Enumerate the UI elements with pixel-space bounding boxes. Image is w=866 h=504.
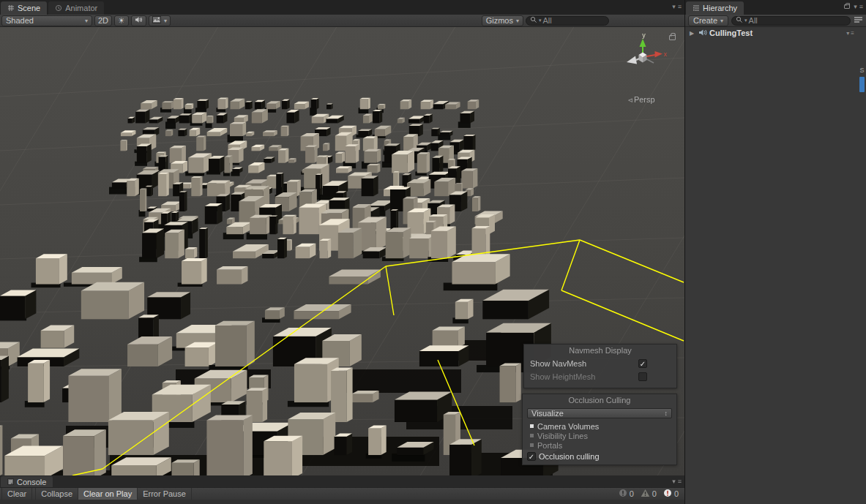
collapsed-services-tab[interactable]: S xyxy=(859,67,865,92)
iso-toggle-icon: ⊲ xyxy=(627,97,633,104)
collapsed-tab-letter: S xyxy=(859,67,864,74)
show-navmesh-row: Show NavMesh xyxy=(524,357,676,370)
axis-y-label: y xyxy=(642,31,646,39)
occlusion-culling-panel: Occlusion Culling Visualize ↕ Camera Vol… xyxy=(522,394,677,465)
chevron-down-icon: ▾ xyxy=(516,18,519,24)
hierarchy-panel: Hierarchy ▾≡ Create ▾ ▾ All xyxy=(685,0,866,504)
occlusion-culling-row: Occlusion culling xyxy=(523,450,676,462)
lighting-toggle[interactable]: ☀ xyxy=(114,15,129,26)
message-count[interactable]: 0 xyxy=(663,489,679,499)
error-icon xyxy=(619,489,627,499)
navmesh-panel-title: Navmesh Display xyxy=(524,345,676,357)
image-icon xyxy=(152,16,161,25)
lock-icon[interactable] xyxy=(844,4,850,9)
scene-viewport[interactable]: y x ⊲Persp Navmesh Display Show NavMesh … xyxy=(0,27,684,475)
sun-icon: ☀ xyxy=(118,17,125,25)
hierarchy-pane-menu[interactable]: ▾≡ xyxy=(844,3,863,10)
occlusion-panel-title: Occlusion Culling xyxy=(523,394,676,407)
effects-dropdown[interactable]: ▾ xyxy=(149,15,171,26)
visualize-dropdown[interactable]: Visualize ↕ xyxy=(527,408,672,418)
legend-bullet-icon xyxy=(530,443,534,447)
console-tab-icon xyxy=(7,478,14,486)
axis-x-label: x xyxy=(664,50,668,58)
axis-y-cone[interactable] xyxy=(640,39,646,47)
clear-on-play-button[interactable]: Clear on Play xyxy=(78,488,138,500)
console-counts: 0 0 0 xyxy=(619,489,684,499)
2d-toggle[interactable]: 2D xyxy=(94,15,112,26)
tab-hierarchy-label: Hierarchy xyxy=(703,4,737,12)
axis-z-cone[interactable] xyxy=(627,56,637,64)
projection-mode-label[interactable]: ⊲Persp xyxy=(616,95,667,104)
search-icon xyxy=(736,16,743,25)
audio-listener-icon xyxy=(698,29,707,38)
services-icon xyxy=(859,77,865,92)
show-navmesh-label: Show NavMesh xyxy=(530,359,638,368)
legend-bullet-icon xyxy=(530,434,534,437)
updown-arrows-icon: ↕ xyxy=(665,410,668,417)
shading-mode-dropdown[interactable]: Shaded ▾ xyxy=(1,15,92,26)
hierarchy-item-cullingtest[interactable]: ▶ CullingTest ▾≡ xyxy=(685,27,866,39)
tab-console[interactable]: Console xyxy=(1,476,53,487)
scene-search-filter: All xyxy=(543,16,552,25)
gizmos-label: Gizmos xyxy=(486,16,513,25)
shading-mode-label: Shaded xyxy=(6,16,34,25)
hierarchy-item-menu-icon[interactable]: ▾≡ xyxy=(846,30,854,37)
info-icon xyxy=(663,489,672,499)
chevron-down-icon: ▾ xyxy=(539,18,542,23)
scene-console-column: Scene Animator ▾≡ Shaded ▾ 2D ☀ xyxy=(0,0,685,504)
scene-search-input[interactable]: ▾ All xyxy=(526,16,609,26)
tab-hierarchy[interactable]: Hierarchy xyxy=(686,1,744,15)
error-pause-button[interactable]: Error Pause xyxy=(138,488,192,500)
legend-visibility-lines[interactable]: Visibility Lines xyxy=(523,431,676,440)
collapse-button[interactable]: Collapse xyxy=(35,488,78,500)
show-heightmesh-checkbox[interactable] xyxy=(638,372,647,381)
lock-icon[interactable] xyxy=(669,35,676,40)
legend-portals[interactable]: Portals xyxy=(523,440,676,450)
tab-scene[interactable]: Scene xyxy=(1,1,47,15)
console-toolbar: Clear Collapse Clear on Play Error Pause… xyxy=(0,487,684,500)
warning-count[interactable]: 0 xyxy=(641,489,657,499)
chevron-down-icon: ▾ xyxy=(164,18,167,24)
scene-toolbar: Shaded ▾ 2D ☀ ▾ Gizmos xyxy=(0,15,684,27)
chevron-down-icon: ▾ xyxy=(85,18,88,24)
gizmos-dropdown[interactable]: Gizmos ▾ xyxy=(482,15,523,26)
search-icon xyxy=(530,16,537,25)
chevron-down-icon: ▾ xyxy=(720,18,723,24)
unity-editor-window: Scene Animator ▾≡ Shaded ▾ 2D ☀ xyxy=(0,0,866,504)
sort-icon[interactable] xyxy=(854,16,863,26)
occlusion-culling-label: Occlusion culling xyxy=(539,452,672,461)
hierarchy-search-input[interactable]: ▾ All xyxy=(731,16,851,26)
occlusion-culling-checkbox[interactable] xyxy=(527,452,536,461)
chevron-down-icon: ▾ xyxy=(744,18,747,23)
show-navmesh-checkbox[interactable] xyxy=(638,359,647,368)
speaker-icon xyxy=(135,16,143,25)
tab-animator-label: Animator xyxy=(65,4,97,12)
audio-toggle[interactable] xyxy=(131,15,146,26)
axis-x-cone[interactable] xyxy=(655,51,663,58)
navmesh-display-panel: Navmesh Display Show NavMesh Show Height… xyxy=(523,344,677,388)
legend-camera-volumes[interactable]: Camera Volumes xyxy=(523,421,676,431)
tab-animator[interactable]: Animator xyxy=(48,1,104,15)
hierarchy-tree: ▶ CullingTest ▾≡ S xyxy=(685,27,866,504)
console-pane-menu-icon[interactable]: ▾≡ xyxy=(672,478,682,485)
console-tabbar: Console ▾≡ xyxy=(0,475,684,487)
warning-icon xyxy=(641,489,650,499)
scene-orientation-gizmo[interactable]: y x xyxy=(617,31,668,82)
error-count[interactable]: 0 xyxy=(619,489,634,499)
console-tab-label: Console xyxy=(17,478,46,486)
console-log-area xyxy=(0,500,684,504)
expand-triangle-icon[interactable]: ▶ xyxy=(690,30,696,37)
tab-scene-label: Scene xyxy=(18,4,40,12)
hierarchy-item-label: CullingTest xyxy=(709,29,753,37)
scene-tab-icon xyxy=(7,4,15,12)
clear-button[interactable]: Clear xyxy=(1,488,32,500)
show-heightmesh-row: Show HeightMesh xyxy=(524,370,676,383)
2d-toggle-label: 2D xyxy=(98,16,108,25)
visualize-dropdown-label: Visualize xyxy=(531,409,564,418)
animator-tab-icon xyxy=(55,4,62,12)
hierarchy-tabbar: Hierarchy ▾≡ xyxy=(685,0,866,15)
scene-pane-menu-icon[interactable]: ▾≡ xyxy=(672,3,682,10)
hierarchy-tab-icon xyxy=(693,4,700,12)
hierarchy-toolbar: Create ▾ ▾ All xyxy=(685,15,866,27)
create-button[interactable]: Create ▾ xyxy=(688,15,728,26)
